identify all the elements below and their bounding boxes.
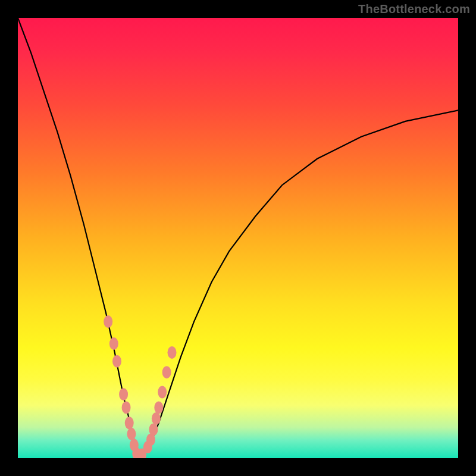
plot-area — [18, 18, 458, 458]
chart-frame: TheBottleneck.com — [0, 0, 476, 476]
gradient-background — [18, 18, 458, 458]
watermark-text: TheBottleneck.com — [358, 2, 470, 16]
